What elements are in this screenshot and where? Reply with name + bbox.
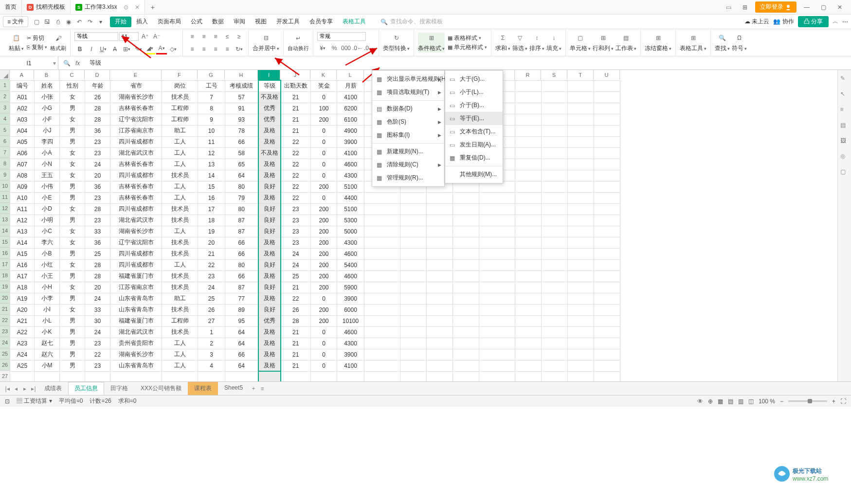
data-cell[interactable]: 87 [225, 215, 258, 226]
data-cell[interactable]: 30 [85, 315, 110, 326]
data-cell[interactable]: 李四 [35, 136, 60, 147]
data-cell[interactable]: 200 [311, 215, 337, 226]
increase-font-icon[interactable]: A⁺ [140, 31, 150, 42]
empty-cell[interactable] [479, 371, 515, 381]
data-cell[interactable]: 28 [85, 270, 110, 282]
data-cell[interactable]: 26 [198, 304, 225, 315]
empty-cell[interactable] [568, 371, 594, 381]
data-cell[interactable]: 200 [311, 226, 337, 237]
data-cell[interactable]: 福建省厦门市 [110, 315, 162, 326]
data-cell[interactable]: 技术员 [162, 282, 198, 293]
data-cell[interactable] [568, 192, 594, 203]
data-cell[interactable]: 四川省成都市 [110, 170, 162, 181]
header-cell[interactable]: 省市 [110, 80, 162, 91]
data-cell[interactable]: 24 [85, 293, 110, 304]
data-cell[interactable] [364, 215, 400, 226]
filter-button[interactable]: ▽筛选▾ [512, 33, 527, 53]
data-cell[interactable]: A09 [10, 181, 35, 192]
data-cell[interactable]: 良好 [258, 304, 281, 315]
data-cell[interactable] [364, 237, 400, 248]
data-cell[interactable] [515, 304, 542, 315]
data-cell[interactable]: 湖南省长沙市 [110, 226, 162, 237]
data-cell[interactable]: 0 [311, 192, 337, 203]
data-cell[interactable]: A01 [10, 91, 35, 103]
font-size-select[interactable] [119, 32, 139, 41]
data-cell[interactable] [568, 226, 594, 237]
data-cell[interactable] [568, 304, 594, 315]
data-cell[interactable]: 小F [35, 114, 60, 125]
tab-options-icon[interactable]: ⊙ [124, 4, 128, 11]
empty-cell[interactable] [515, 371, 542, 381]
col-header-H[interactable]: H [225, 70, 258, 80]
data-cell[interactable] [515, 203, 542, 215]
data-cell[interactable]: 21 [281, 349, 311, 360]
data-cell[interactable] [568, 136, 594, 147]
align-middle-icon[interactable]: ≡ [199, 31, 209, 42]
data-cell[interactable]: 工人 [162, 259, 198, 270]
row-header-10[interactable]: 10 [0, 180, 10, 192]
data-cell[interactable]: 福建省厦门市 [110, 270, 162, 282]
data-cell[interactable]: 4100 [337, 91, 364, 103]
empty-cell[interactable] [427, 371, 453, 381]
data-cell[interactable]: A17 [10, 270, 35, 282]
data-cell[interactable]: 0 [311, 147, 337, 159]
row-header-20[interactable]: 20 [0, 292, 10, 304]
clear-format-icon[interactable]: ◇▾ [168, 44, 179, 54]
name-box[interactable]: I1▾ [0, 56, 58, 70]
empty-cell[interactable] [60, 371, 85, 381]
data-cell[interactable]: 山东省青岛市 [110, 304, 162, 315]
data-cell[interactable]: 女 [60, 304, 85, 315]
data-cell[interactable] [594, 293, 620, 304]
data-cell[interactable]: 男 [60, 326, 85, 338]
empty-cell[interactable] [85, 371, 110, 381]
data-cell[interactable]: 23 [281, 237, 311, 248]
menu-table-tools[interactable]: 表格工具 [338, 15, 371, 29]
data-cell[interactable] [568, 91, 594, 103]
row-header-1[interactable]: 1 [0, 80, 10, 91]
data-cell[interactable] [400, 192, 427, 203]
cell-button[interactable]: ▢单元格▾ [570, 33, 591, 53]
data-cell[interactable]: 及格 [258, 349, 281, 360]
data-cell[interactable] [453, 270, 479, 282]
indent-inc-icon[interactable]: ≥ [234, 31, 244, 42]
status-calc[interactable]: ▤ 工资结算 ▾ [17, 397, 52, 405]
data-cell[interactable]: 0 [311, 159, 337, 170]
file-tab[interactable]: S工作簿3.xlsx⊙✕ [71, 0, 145, 14]
status-layout3-icon[interactable]: ▥ [738, 398, 743, 405]
rowcol-button[interactable]: ⊞行和列▾ [593, 33, 614, 53]
cm2-item-8[interactable]: 其他规则(M)... [445, 168, 503, 181]
data-cell[interactable] [594, 159, 620, 170]
data-cell[interactable]: 优秀 [258, 315, 281, 326]
data-cell[interactable]: 技术员 [162, 237, 198, 248]
data-cell[interactable] [594, 304, 620, 315]
fx-icon[interactable]: fx [75, 60, 80, 67]
data-cell[interactable]: 小王 [35, 270, 60, 282]
data-cell[interactable] [479, 237, 515, 248]
data-cell[interactable]: 77 [225, 293, 258, 304]
col-header-R[interactable]: R [515, 70, 541, 80]
cm2-item-2[interactable]: ▭介于(B)... [445, 99, 503, 112]
data-cell[interactable]: 200 [311, 203, 337, 215]
data-cell[interactable]: 200 [311, 248, 337, 259]
data-cell[interactable]: 24 [85, 326, 110, 338]
style-icon[interactable]: ✎▾ [133, 44, 144, 54]
data-cell[interactable]: 湖北省武汉市 [110, 326, 162, 338]
rail-more-icon[interactable]: ▢ [840, 168, 849, 177]
data-cell[interactable]: 5300 [337, 215, 364, 226]
header-cell[interactable]: 月薪 [337, 80, 364, 91]
cm1-item-5[interactable]: ▦图标集(I)▶ [372, 128, 444, 142]
paste-button[interactable]: 📋粘贴▾ [9, 33, 24, 53]
zoom-slider[interactable] [788, 400, 827, 402]
data-cell[interactable]: 0 [311, 125, 337, 136]
data-cell[interactable] [364, 293, 400, 304]
data-cell[interactable] [594, 125, 620, 136]
data-cell[interactable]: 小N [35, 159, 60, 170]
data-cell[interactable] [400, 270, 427, 282]
data-cell[interactable] [594, 215, 620, 226]
empty-cell[interactable] [453, 371, 479, 381]
empty-cell[interactable] [364, 371, 400, 381]
data-cell[interactable]: 4300 [337, 237, 364, 248]
data-cell[interactable] [479, 270, 515, 282]
menu-review[interactable]: 审阅 [229, 15, 250, 29]
data-cell[interactable]: 200 [311, 270, 337, 282]
